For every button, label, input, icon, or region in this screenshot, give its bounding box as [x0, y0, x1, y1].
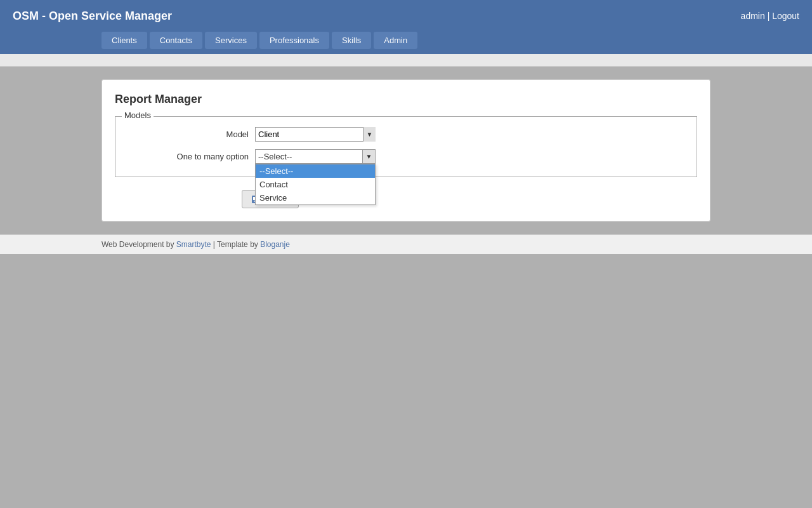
models-legend: Models — [122, 110, 154, 120]
one-to-many-row: One to many option --Select-- ▼ --Select… — [128, 149, 684, 164]
smartbyte-link[interactable]: Smartbyte — [176, 240, 211, 249]
header-user: admin | Logout — [741, 11, 799, 21]
footer-text-before: Web Development by — [102, 240, 176, 249]
model-row: Model Client ▼ — [128, 127, 684, 142]
model-select[interactable]: Client — [255, 127, 376, 142]
footer: Web Development by Smartbyte | Template … — [0, 234, 812, 254]
tab-skills[interactable]: Skills — [332, 32, 371, 49]
dropdown-list: --Select-- Contact Service — [255, 164, 376, 205]
dropdown-container: --Select-- ▼ --Select-- Contact Service — [255, 149, 376, 164]
models-box: Models Model Client ▼ One to many option… — [115, 116, 697, 177]
logout-link[interactable]: Logout — [772, 11, 799, 21]
tab-services[interactable]: Services — [205, 32, 257, 49]
one-to-many-label: One to many option — [128, 152, 255, 161]
model-select-wrapper: Client ▼ — [255, 127, 376, 142]
tab-admin[interactable]: Admin — [374, 32, 417, 49]
main-content: Report Manager Models Model Client ▼ One… — [0, 67, 812, 234]
report-manager-title: Report Manager — [115, 93, 697, 106]
dropdown-option-contact[interactable]: Contact — [256, 178, 375, 191]
bloganje-link[interactable]: Bloganje — [260, 240, 290, 249]
username: admin — [741, 11, 765, 21]
dropdown-trigger-text: --Select-- — [258, 152, 292, 161]
dropdown-arrow-btn: ▼ — [362, 150, 375, 163]
tab-contacts[interactable]: Contacts — [150, 32, 202, 49]
dropdown-option-service[interactable]: Service — [256, 191, 375, 204]
one-to-many-dropdown-trigger[interactable]: --Select-- ▼ — [255, 149, 376, 164]
nav-bar: Clients Contacts Services Professionals … — [0, 32, 812, 54]
separator: | — [768, 11, 770, 21]
dropdown-option-select[interactable]: --Select-- — [256, 164, 375, 178]
sub-header — [0, 54, 812, 67]
footer-separator: | Template by — [211, 240, 261, 249]
tab-clients[interactable]: Clients — [102, 32, 147, 49]
header: OSM - Open Service Manager admin | Logou… — [0, 0, 812, 32]
report-manager-panel: Report Manager Models Model Client ▼ One… — [102, 79, 710, 222]
tab-professionals[interactable]: Professionals — [259, 32, 329, 49]
app-title: OSM - Open Service Manager — [13, 10, 172, 23]
model-label: Model — [128, 130, 255, 139]
